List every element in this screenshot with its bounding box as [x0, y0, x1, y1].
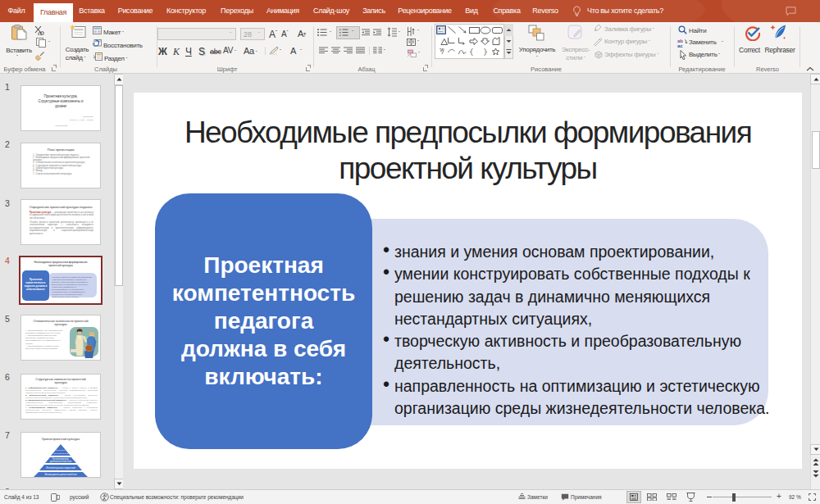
svg-text:ориентировочный: ориентировочный — [53, 452, 69, 453]
svg-text:ac: ac — [677, 43, 683, 48]
svg-text:деятельностный блок: деятельностный блок — [50, 460, 72, 463]
svg-text:Интеллектуально-творческий: Интеллектуально-творческий — [46, 465, 75, 469]
svg-text:Ценностно-: Ценностно- — [56, 449, 66, 451]
svg-text:Мотивационно-ценностный блок: Мотивационно-ценностный блок — [44, 473, 77, 476]
